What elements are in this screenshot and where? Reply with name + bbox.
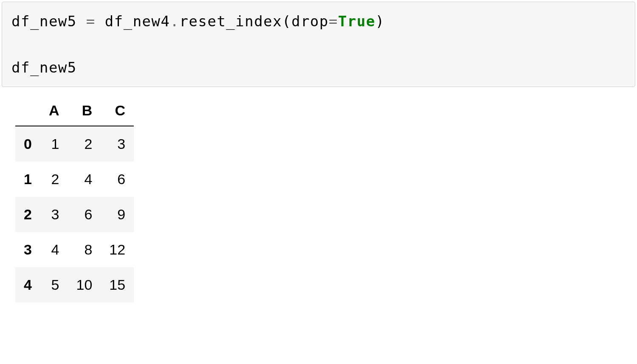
- table-cell: 4: [40, 232, 68, 267]
- table-row: 0 1 2 3: [15, 126, 134, 162]
- table-cell: 2: [68, 126, 101, 162]
- table-row-index: 3: [15, 232, 40, 267]
- code-var: df_new4: [105, 13, 170, 30]
- table-row-index: 0: [15, 126, 40, 162]
- output-area: A B C 0 1 2 3 1 2 4 6 2 3 6 9: [0, 87, 637, 307]
- code-paren: (: [282, 13, 291, 30]
- code-keyword-true: True: [338, 13, 375, 30]
- table-cell: 9: [101, 197, 134, 232]
- dataframe-table: A B C 0 1 2 3 1 2 4 6 2 3 6 9: [15, 95, 134, 302]
- table-cell: 2: [40, 162, 68, 197]
- code-operator: =: [77, 13, 105, 30]
- table-row: 2 3 6 9: [15, 197, 134, 232]
- table-row: 1 2 4 6: [15, 162, 134, 197]
- table-cell: 6: [68, 197, 101, 232]
- table-cell: 10: [68, 267, 101, 302]
- table-row: 3 4 8 12: [15, 232, 134, 267]
- table-cell: 15: [101, 267, 134, 302]
- code-paren: ): [375, 13, 385, 30]
- code-input-cell[interactable]: df_new5 = df_new4.reset_index(drop=True)…: [2, 2, 635, 87]
- table-row: 4 5 10 15: [15, 267, 134, 302]
- table-column-header: C: [101, 95, 134, 126]
- table-row-index: 1: [15, 162, 40, 197]
- table-cell: 1: [40, 126, 68, 162]
- table-cell: 5: [40, 267, 68, 302]
- code-method: reset_index: [180, 13, 282, 30]
- table-cell: 6: [101, 162, 134, 197]
- code-var: df_new5: [11, 59, 77, 76]
- table-cell: 4: [68, 162, 101, 197]
- table-cell: 8: [68, 232, 101, 267]
- code-var: df_new5: [11, 13, 77, 30]
- table-cell: 3: [101, 126, 134, 162]
- table-column-header: B: [68, 95, 101, 126]
- table-row-index: 4: [15, 267, 40, 302]
- code-arg-eq: =: [329, 13, 338, 30]
- table-column-header: A: [40, 95, 68, 126]
- table-cell: 3: [40, 197, 68, 232]
- table-index-header: [15, 95, 40, 126]
- table-cell: 12: [101, 232, 134, 267]
- code-dot: .: [170, 13, 180, 30]
- code-arg-name: drop: [291, 13, 329, 30]
- table-row-index: 2: [15, 197, 40, 232]
